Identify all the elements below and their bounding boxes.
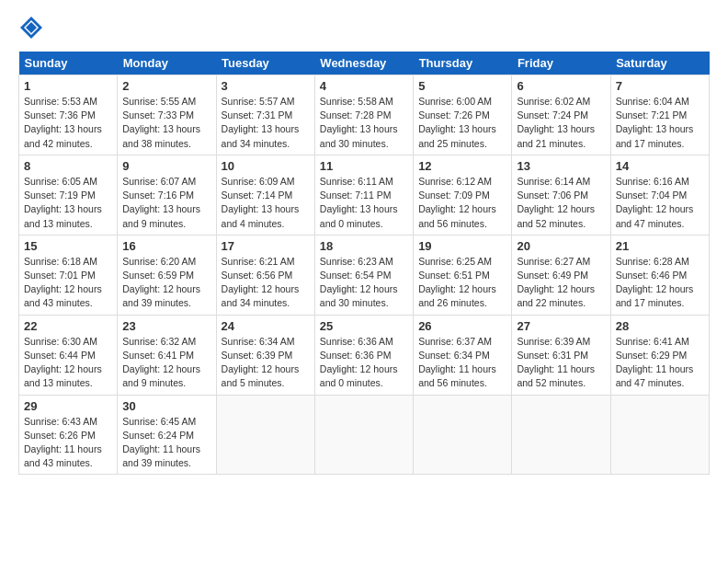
day-info: Sunrise: 6:23 AM Sunset: 6:54 PM Dayligh… [320,255,408,311]
day-info: Sunrise: 6:41 AM Sunset: 6:29 PM Dayligh… [616,335,704,391]
day-info: Sunrise: 6:07 AM Sunset: 7:16 PM Dayligh… [122,175,210,231]
day-number: 13 [517,159,605,173]
calendar-cell: 5Sunrise: 6:00 AM Sunset: 7:26 PM Daylig… [414,75,512,155]
day-info: Sunrise: 6:30 AM Sunset: 6:44 PM Dayligh… [24,335,112,391]
day-number: 21 [616,239,704,253]
day-number: 22 [24,319,112,333]
day-number: 18 [320,239,408,253]
day-number: 12 [418,159,506,173]
day-number: 8 [24,159,112,173]
logo-icon [18,15,44,40]
day-info: Sunrise: 6:32 AM Sunset: 6:41 PM Dayligh… [122,335,210,391]
calendar-cell [414,395,512,475]
calendar-week-3: 22Sunrise: 6:30 AM Sunset: 6:44 PM Dayli… [19,315,710,395]
day-info: Sunrise: 5:57 AM Sunset: 7:31 PM Dayligh… [222,95,310,151]
calendar-cell: 18Sunrise: 6:23 AM Sunset: 6:54 PM Dayli… [314,235,413,315]
col-header-monday: Monday [118,52,216,75]
day-number: 24 [222,319,310,333]
day-number: 4 [320,79,408,93]
day-number: 10 [222,159,310,173]
day-info: Sunrise: 6:16 AM Sunset: 7:04 PM Dayligh… [616,175,704,231]
calendar-cell: 17Sunrise: 6:21 AM Sunset: 6:56 PM Dayli… [216,235,314,315]
day-number: 3 [222,79,310,93]
calendar-cell: 12Sunrise: 6:12 AM Sunset: 7:09 PM Dayli… [414,155,512,235]
calendar-cell: 22Sunrise: 6:30 AM Sunset: 6:44 PM Dayli… [19,315,118,395]
calendar-cell [610,395,709,475]
day-info: Sunrise: 6:04 AM Sunset: 7:21 PM Dayligh… [616,95,704,151]
day-info: Sunrise: 6:43 AM Sunset: 6:26 PM Dayligh… [24,415,112,471]
day-info: Sunrise: 6:37 AM Sunset: 6:34 PM Dayligh… [418,335,506,391]
calendar-cell: 28Sunrise: 6:41 AM Sunset: 6:29 PM Dayli… [610,315,709,395]
calendar-cell: 6Sunrise: 6:02 AM Sunset: 7:24 PM Daylig… [512,75,610,155]
calendar-week-2: 15Sunrise: 6:18 AM Sunset: 7:01 PM Dayli… [19,235,710,315]
day-number: 28 [616,319,704,333]
calendar-cell: 23Sunrise: 6:32 AM Sunset: 6:41 PM Dayli… [118,315,216,395]
calendar-cell: 20Sunrise: 6:27 AM Sunset: 6:49 PM Dayli… [512,235,610,315]
day-info: Sunrise: 6:45 AM Sunset: 6:24 PM Dayligh… [122,415,210,471]
col-header-tuesday: Tuesday [216,52,314,75]
col-header-sunday: Sunday [19,52,118,75]
calendar-cell: 2Sunrise: 5:55 AM Sunset: 7:33 PM Daylig… [118,75,216,155]
calendar-cell [512,395,610,475]
day-number: 15 [24,239,112,253]
day-info: Sunrise: 6:09 AM Sunset: 7:14 PM Dayligh… [222,175,310,231]
day-info: Sunrise: 6:36 AM Sunset: 6:36 PM Dayligh… [320,335,408,391]
calendar-cell: 27Sunrise: 6:39 AM Sunset: 6:31 PM Dayli… [512,315,610,395]
day-number: 5 [418,79,506,93]
day-info: Sunrise: 6:20 AM Sunset: 6:59 PM Dayligh… [122,255,210,311]
day-info: Sunrise: 5:53 AM Sunset: 7:36 PM Dayligh… [24,95,112,151]
day-info: Sunrise: 6:25 AM Sunset: 6:51 PM Dayligh… [418,255,506,311]
day-number: 1 [24,79,112,93]
day-number: 9 [122,159,210,173]
calendar-cell: 16Sunrise: 6:20 AM Sunset: 6:59 PM Dayli… [118,235,216,315]
calendar-cell: 3Sunrise: 5:57 AM Sunset: 7:31 PM Daylig… [216,75,314,155]
day-info: Sunrise: 5:55 AM Sunset: 7:33 PM Dayligh… [122,95,210,151]
day-number: 30 [122,399,210,413]
calendar-cell: 4Sunrise: 5:58 AM Sunset: 7:28 PM Daylig… [314,75,413,155]
calendar-cell: 10Sunrise: 6:09 AM Sunset: 7:14 PM Dayli… [216,155,314,235]
col-header-thursday: Thursday [414,52,512,75]
day-number: 25 [320,319,408,333]
day-info: Sunrise: 5:58 AM Sunset: 7:28 PM Dayligh… [320,95,408,151]
day-info: Sunrise: 6:21 AM Sunset: 6:56 PM Dayligh… [222,255,310,311]
day-info: Sunrise: 6:11 AM Sunset: 7:11 PM Dayligh… [320,175,408,231]
calendar-cell: 24Sunrise: 6:34 AM Sunset: 6:39 PM Dayli… [216,315,314,395]
day-number: 11 [320,159,408,173]
header [18,15,710,40]
day-info: Sunrise: 6:18 AM Sunset: 7:01 PM Dayligh… [24,255,112,311]
col-header-saturday: Saturday [610,52,709,75]
calendar-cell [314,395,413,475]
calendar-week-1: 8Sunrise: 6:05 AM Sunset: 7:19 PM Daylig… [19,155,710,235]
calendar-cell: 26Sunrise: 6:37 AM Sunset: 6:34 PM Dayli… [414,315,512,395]
day-number: 14 [616,159,704,173]
day-info: Sunrise: 6:27 AM Sunset: 6:49 PM Dayligh… [517,255,605,311]
day-number: 17 [222,239,310,253]
day-info: Sunrise: 6:28 AM Sunset: 6:46 PM Dayligh… [616,255,704,311]
day-info: Sunrise: 6:02 AM Sunset: 7:24 PM Dayligh… [517,95,605,151]
calendar-cell: 13Sunrise: 6:14 AM Sunset: 7:06 PM Dayli… [512,155,610,235]
logo [18,15,48,40]
calendar-header-row: SundayMondayTuesdayWednesdayThursdayFrid… [19,52,710,75]
calendar-cell: 19Sunrise: 6:25 AM Sunset: 6:51 PM Dayli… [414,235,512,315]
day-info: Sunrise: 6:12 AM Sunset: 7:09 PM Dayligh… [418,175,506,231]
day-number: 16 [122,239,210,253]
calendar-cell: 29Sunrise: 6:43 AM Sunset: 6:26 PM Dayli… [19,395,118,475]
day-info: Sunrise: 6:05 AM Sunset: 7:19 PM Dayligh… [24,175,112,231]
calendar-cell: 21Sunrise: 6:28 AM Sunset: 6:46 PM Dayli… [610,235,709,315]
calendar-week-4: 29Sunrise: 6:43 AM Sunset: 6:26 PM Dayli… [19,395,710,475]
calendar-cell: 8Sunrise: 6:05 AM Sunset: 7:19 PM Daylig… [19,155,118,235]
page: SundayMondayTuesdayWednesdayThursdayFrid… [0,0,728,484]
calendar-cell: 9Sunrise: 6:07 AM Sunset: 7:16 PM Daylig… [118,155,216,235]
col-header-friday: Friday [512,52,610,75]
day-number: 23 [122,319,210,333]
day-number: 20 [517,239,605,253]
day-number: 6 [517,79,605,93]
day-info: Sunrise: 6:14 AM Sunset: 7:06 PM Dayligh… [517,175,605,231]
day-info: Sunrise: 6:00 AM Sunset: 7:26 PM Dayligh… [418,95,506,151]
day-number: 2 [122,79,210,93]
calendar-cell: 1Sunrise: 5:53 AM Sunset: 7:36 PM Daylig… [19,75,118,155]
calendar-cell: 30Sunrise: 6:45 AM Sunset: 6:24 PM Dayli… [118,395,216,475]
day-number: 26 [418,319,506,333]
calendar-cell [216,395,314,475]
calendar-cell: 14Sunrise: 6:16 AM Sunset: 7:04 PM Dayli… [610,155,709,235]
